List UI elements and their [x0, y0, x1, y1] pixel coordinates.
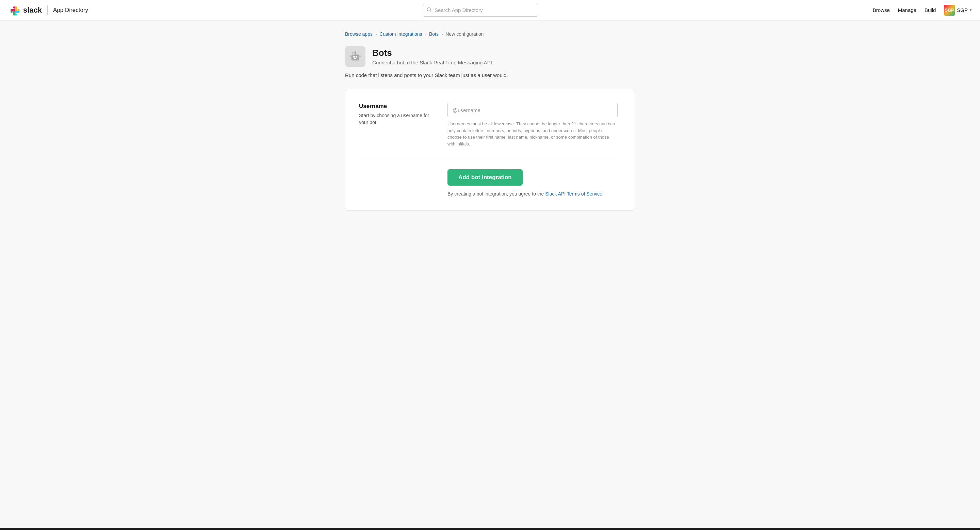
terms-text: By creating a bot integration, you agree…: [447, 191, 604, 196]
breadcrumb-sep-2: ›: [425, 32, 426, 37]
nav-build[interactable]: Build: [924, 7, 936, 13]
form-label-column: Username Start by choosing a username fo…: [359, 103, 434, 126]
username-section: Username Start by choosing a username fo…: [359, 103, 618, 158]
main-content: Browse apps › Custom Integrations › Bots…: [337, 21, 643, 221]
user-label: SGP: [957, 7, 968, 13]
svg-line-1: [430, 11, 431, 11]
main-nav: Browse Manage Build SGP SGP ▾: [873, 5, 972, 16]
breadcrumb-bots[interactable]: Bots: [429, 31, 439, 37]
breadcrumb-browse-apps[interactable]: Browse apps: [345, 31, 372, 37]
nav-manage[interactable]: Manage: [898, 7, 916, 13]
svg-rect-5: [354, 58, 356, 59]
terms-suffix: .: [602, 191, 604, 196]
svg-point-7: [354, 51, 356, 53]
breadcrumb: Browse apps › Custom Integrations › Bots…: [345, 31, 635, 37]
nav-browse[interactable]: Browse: [873, 7, 890, 13]
page-subtitle: Connect a bot to the Slack Real Time Mes…: [372, 60, 493, 65]
slack-logo-link[interactable]: slack: [8, 4, 42, 16]
svg-rect-3: [353, 56, 355, 57]
svg-rect-8: [350, 56, 352, 57]
username-label: Username: [359, 103, 434, 110]
slack-logo-icon: [8, 4, 21, 16]
user-initials: SGP: [945, 8, 954, 13]
svg-rect-2: [352, 54, 360, 60]
slack-wordmark: slack: [23, 6, 42, 14]
page-header: Bots Connect a bot to the Slack Real Tim…: [345, 46, 635, 67]
bot-icon: [349, 50, 362, 63]
page-footer-bar: [0, 528, 980, 530]
search-icon: [427, 7, 431, 13]
username-input[interactable]: [447, 103, 617, 117]
header-search-area: [88, 4, 873, 17]
bot-icon-wrap: [345, 46, 366, 67]
svg-rect-4: [356, 56, 357, 57]
terms-prefix: By creating a bot integration, you agree…: [447, 191, 545, 196]
user-avatar: SGP: [944, 5, 955, 16]
terms-link[interactable]: Slack API Terms of Service: [545, 191, 602, 196]
search-input[interactable]: [423, 4, 538, 17]
site-header: slack App Directory Browse Manage Build …: [0, 0, 980, 21]
breadcrumb-current: New configuration: [445, 31, 484, 37]
username-hint: Usernames must be all lowercase. They ca…: [447, 121, 617, 147]
svg-rect-9: [359, 56, 361, 57]
app-directory-label: App Directory: [53, 7, 88, 14]
configuration-card: Username Start by choosing a username fo…: [345, 89, 635, 211]
form-input-column: Usernames must be all lowercase. They ca…: [447, 103, 618, 147]
breadcrumb-sep-1: ›: [375, 32, 377, 37]
page-header-text: Bots Connect a bot to the Slack Real Tim…: [372, 48, 493, 65]
breadcrumb-custom-integrations[interactable]: Custom Integrations: [379, 31, 422, 37]
page-title: Bots: [372, 48, 493, 58]
form-actions: Add bot integration By creating a bot in…: [359, 169, 618, 196]
add-bot-button[interactable]: Add bot integration: [447, 169, 523, 186]
username-sublabel: Start by choosing a username for your bo…: [359, 112, 434, 126]
chevron-down-icon: ▾: [970, 8, 972, 12]
user-menu[interactable]: SGP SGP ▾: [944, 5, 972, 16]
header-divider: [47, 5, 48, 15]
breadcrumb-sep-3: ›: [441, 32, 443, 37]
page-description: Run code that listens and posts to your …: [345, 72, 635, 78]
